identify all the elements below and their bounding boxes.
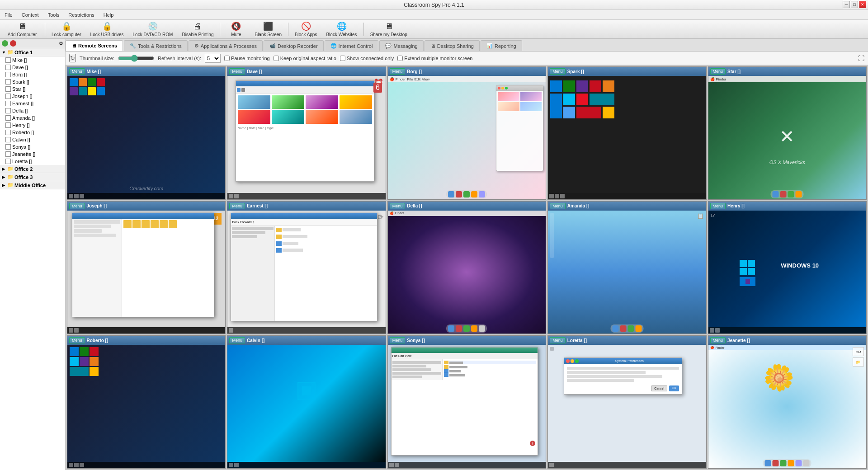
- screen-menu-jeanette[interactable]: Menu: [710, 337, 726, 343]
- tab-applications-processes[interactable]: ⚙ Applications & Processes: [189, 40, 263, 51]
- screen-menu-henry[interactable]: Menu: [710, 203, 726, 209]
- screen-menu-dave[interactable]: Menu: [229, 68, 245, 75]
- sidebar-item-loretta[interactable]: Loretta []: [4, 158, 65, 165]
- screen-cell-calvin[interactable]: Menu Calvin []: [227, 335, 386, 469]
- close-button[interactable]: ✕: [859, 1, 866, 8]
- menu-file[interactable]: File: [3, 11, 14, 19]
- checkbox-jeanette[interactable]: [5, 151, 11, 157]
- screen-cell-earnest[interactable]: Menu Earnest [] ⟳ BackForward↑: [227, 201, 386, 334]
- extend-monitor-checkbox[interactable]: [397, 56, 403, 61]
- screen-cell-jeanette[interactable]: Menu Jeanette [] 🌼 🍎Finder HD 📁: [708, 335, 867, 469]
- sidebar-group-office3[interactable]: ▶ 📁 Office 3: [0, 173, 65, 181]
- tab-desktop-sharing[interactable]: 🖥 Desktop Sharing: [425, 40, 480, 51]
- screen-menu-roberto[interactable]: Menu: [69, 337, 85, 343]
- checkbox-henry[interactable]: [5, 122, 11, 128]
- screen-cell-joseph[interactable]: Menu Joseph [] ⏱ 12: [67, 201, 226, 334]
- tab-reporting[interactable]: 📊 Reporting: [481, 40, 522, 51]
- screen-menu-loretta[interactable]: Menu: [550, 337, 566, 343]
- menu-tools[interactable]: Tools: [46, 11, 61, 19]
- screen-cell-amanda[interactable]: Menu Amanda [] 📋: [547, 201, 706, 334]
- screen-cell-loretta[interactable]: Menu Loretta [] System Preferences: [547, 335, 706, 469]
- screen-cell-dave[interactable]: Menu Dave [] ⏰: [227, 66, 386, 200]
- screen-menu-amanda[interactable]: Menu: [550, 203, 566, 209]
- screen-menu-earnest[interactable]: Menu: [229, 203, 245, 209]
- share-desktop-button[interactable]: 🖥 Share my Desktop: [366, 21, 411, 38]
- screen-menu-star[interactable]: Menu: [710, 68, 726, 75]
- mute-button[interactable]: 🔇 Mute: [222, 21, 250, 38]
- blank-screen-button[interactable]: ⬛ Blank Screen: [250, 21, 285, 38]
- screen-menu-joseph[interactable]: Menu: [69, 203, 85, 209]
- checkbox-star[interactable]: [5, 86, 11, 92]
- screen-menu-calvin[interactable]: Menu: [229, 337, 245, 343]
- tab-messaging[interactable]: 💬 Messaging: [379, 40, 423, 51]
- menu-help[interactable]: Help: [102, 11, 116, 19]
- checkbox-borg[interactable]: [5, 72, 11, 77]
- checkbox-roberto[interactable]: [5, 130, 11, 135]
- sonya-alert[interactable]: !: [530, 441, 535, 446]
- sidebar-item-calvin[interactable]: Calvin []: [4, 136, 65, 143]
- screen-menu-borg[interactable]: Menu: [390, 68, 406, 75]
- screen-menu-spark[interactable]: Menu: [550, 68, 566, 75]
- menu-restrictions[interactable]: Restrictions: [66, 11, 96, 19]
- checkbox-earnest[interactable]: [5, 101, 11, 106]
- block-websites-button[interactable]: 🌐 Block Websites: [322, 21, 361, 38]
- screen-cell-spark[interactable]: Menu Spark []: [547, 66, 706, 200]
- checkbox-spark[interactable]: [5, 79, 11, 85]
- sidebar-item-earnest[interactable]: Earnest []: [4, 100, 65, 107]
- checkbox-dave[interactable]: [5, 65, 11, 70]
- sidebar-group-office2[interactable]: ▶ 📁 Office 2: [0, 165, 65, 173]
- disable-printing-button[interactable]: 🖨 Disable Printing: [178, 21, 217, 38]
- checkbox-sonya[interactable]: [5, 144, 11, 150]
- minimize-button[interactable]: ─: [843, 1, 850, 8]
- add-computer-button[interactable]: 🖥 Add Computer: [2, 21, 42, 38]
- sidebar-item-roberto[interactable]: Roberto []: [4, 129, 65, 136]
- tab-internet-control[interactable]: 🌐 Internet Control: [325, 40, 379, 51]
- checkbox-joseph[interactable]: [5, 94, 11, 99]
- lock-usb-button[interactable]: 🔒 Lock USB drives: [86, 21, 128, 38]
- sidebar-item-spark[interactable]: Spark []: [4, 78, 65, 85]
- refresh-button[interactable]: ↻: [69, 54, 76, 62]
- lock-computer-button[interactable]: 🔒 Lock computer: [47, 21, 85, 38]
- screen-cell-henry[interactable]: Menu Henry [] 17 WINDOWS 10: [708, 201, 867, 334]
- screen-cell-mike[interactable]: Menu Mike []: [67, 66, 226, 200]
- tab-tools-restrictions[interactable]: 🔧 Tools & Restrictions: [124, 40, 188, 51]
- lock-dvd-button[interactable]: 💿 Lock DVD/CD-ROM: [129, 21, 177, 38]
- screen-cell-roberto[interactable]: Menu Roberto []: [67, 335, 226, 469]
- screen-menu-della[interactable]: Menu: [390, 203, 406, 209]
- show-connected-only-label[interactable]: Show connected only: [340, 56, 394, 61]
- block-apps-button[interactable]: 🚫 Block Apps: [291, 21, 321, 38]
- screen-cell-star[interactable]: Menu Star [] 🍎 Finder ✕ OS X Mavericks: [708, 66, 867, 200]
- sidebar-item-henry[interactable]: Henry []: [4, 122, 65, 129]
- fullscreen-button[interactable]: ⛶: [858, 55, 864, 62]
- sidebar-item-della[interactable]: Della []: [4, 107, 65, 114]
- sidebar-group-office1[interactable]: ▼ 📁 Office 1: [0, 48, 65, 56]
- extend-monitor-label[interactable]: Extend multiple monitor screen: [397, 56, 472, 61]
- menu-context[interactable]: Context: [20, 11, 41, 19]
- checkbox-mike[interactable]: [5, 57, 11, 63]
- checkbox-della[interactable]: [5, 108, 11, 113]
- show-connected-only-checkbox[interactable]: [340, 56, 345, 61]
- tab-remote-screens[interactable]: 🖥 Remote Screens: [66, 40, 123, 51]
- pause-monitoring-label[interactable]: Pause monitoring: [224, 56, 270, 61]
- screen-cell-della[interactable]: Menu Della [] 🍎Finder: [387, 201, 546, 334]
- screen-cell-borg[interactable]: Menu Borg [] 🍎 Finder File Edit View: [387, 66, 546, 200]
- tab-desktop-recorder[interactable]: 📹 Desktop Recorder: [264, 40, 324, 51]
- pause-monitoring-checkbox[interactable]: [224, 56, 230, 61]
- sidebar-item-star[interactable]: Star []: [4, 85, 65, 93]
- sidebar-item-mike[interactable]: Mike []: [4, 56, 65, 64]
- refresh-interval-select[interactable]: 5101530: [205, 54, 221, 63]
- sidebar-item-borg[interactable]: Borg []: [4, 71, 65, 78]
- sidebar-item-amanda[interactable]: Amanda []: [4, 114, 65, 122]
- sidebar-group-middle-office[interactable]: ▶ 📁 Middle Office: [0, 181, 65, 189]
- screen-cell-sonya[interactable]: Menu Sonya [] FileEditView: [387, 335, 546, 469]
- sidebar-item-joseph[interactable]: Joseph []: [4, 93, 65, 100]
- keep-aspect-ratio-label[interactable]: Keep original aspect ratio: [274, 56, 336, 61]
- checkbox-amanda[interactable]: [5, 115, 11, 121]
- checkbox-calvin[interactable]: [5, 137, 11, 142]
- screen-menu-mike[interactable]: Menu: [69, 68, 85, 75]
- keep-aspect-ratio-checkbox[interactable]: [274, 56, 279, 61]
- sidebar-item-jeanette[interactable]: Jeanette []: [4, 150, 65, 158]
- maximize-button[interactable]: □: [851, 1, 858, 8]
- checkbox-loretta[interactable]: [5, 159, 11, 164]
- sidebar-item-dave[interactable]: Dave []: [4, 64, 65, 71]
